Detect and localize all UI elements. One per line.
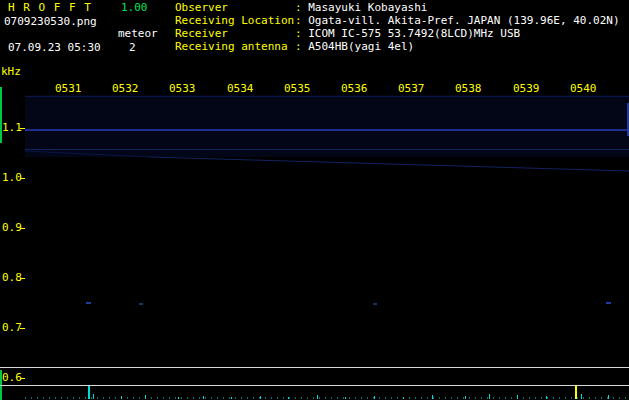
meter-spike	[403, 397, 404, 399]
freq-tick-mark	[20, 278, 25, 279]
meter-spike	[145, 395, 146, 399]
drifting-noise-line	[150, 157, 629, 171]
edge-mark	[0, 87, 2, 143]
meter-spike	[88, 386, 90, 399]
freq-tick-label: 0.9	[2, 222, 22, 234]
freq-tick-mark	[20, 178, 25, 179]
separator-line	[0, 385, 629, 386]
freq-tick-label: 0.8	[2, 272, 22, 284]
meter-spike	[203, 396, 204, 399]
carrier-noise-line	[25, 129, 629, 131]
meter-spike	[121, 396, 122, 399]
freq-tick-mark	[20, 228, 25, 229]
separator-line	[0, 367, 629, 368]
spectrogram-noise-band	[25, 95, 629, 157]
noise-diagonal-overlay	[0, 0, 629, 400]
meter-spike	[178, 397, 179, 399]
freq-tick-label: 0.7	[2, 322, 22, 334]
echo-dot	[606, 302, 611, 304]
meter-spike	[489, 394, 490, 399]
meter-spike	[231, 397, 232, 399]
freq-tick-mark	[20, 378, 25, 379]
echo-dot	[373, 303, 377, 305]
freq-tick-label: 0.6	[2, 372, 22, 384]
meter-spike	[288, 397, 289, 399]
meter-spike	[374, 396, 375, 399]
meter-spike	[517, 395, 518, 399]
meter-spike	[432, 395, 433, 399]
meter-spike	[93, 394, 94, 399]
meter-spike	[317, 395, 318, 399]
carrier-noise-line	[25, 96, 629, 97]
meter-spike	[575, 385, 577, 399]
meter-spike	[546, 396, 547, 399]
freq-tick-label: 1.0	[2, 172, 22, 184]
freq-tick-mark	[20, 328, 25, 329]
meter-spike	[260, 396, 261, 399]
echo-dot	[86, 302, 91, 304]
meter-spike	[581, 394, 582, 399]
freq-tick-mark	[20, 128, 25, 129]
hrofft-screen: H R O F F T 1.00 0709230530.png meteor 0…	[0, 0, 629, 400]
meter-spike	[465, 396, 466, 399]
meter-baseline	[25, 397, 629, 399]
echo-dot	[139, 303, 143, 305]
meter-spike	[608, 395, 609, 399]
freq-tick-label: 1.1	[2, 122, 22, 134]
carrier-noise-line	[25, 149, 629, 150]
meter-spike	[345, 397, 346, 399]
